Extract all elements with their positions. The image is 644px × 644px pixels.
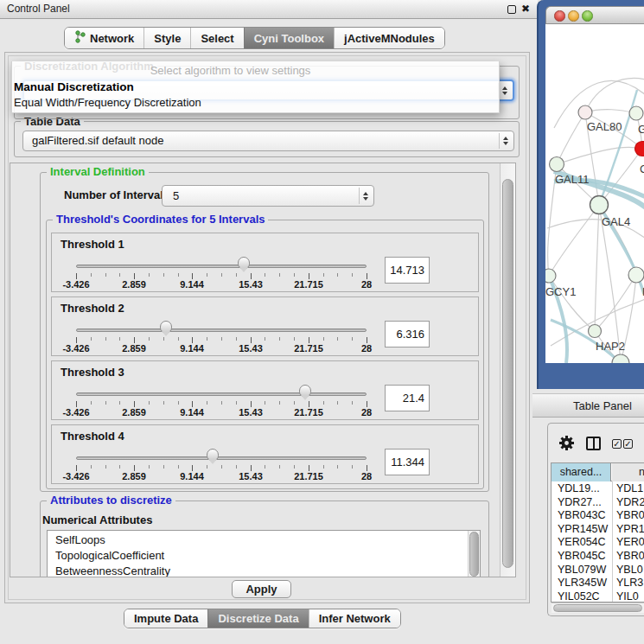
tick-label: 21.715 <box>294 471 323 481</box>
combo-stepper-icon[interactable] <box>499 133 512 149</box>
algorithm-popup: Select algorithm to view settings Manual… <box>11 61 500 113</box>
tab-impute-data[interactable]: Impute Data <box>124 609 207 628</box>
tab-cyni-toolbox[interactable]: Cyni Toolbox <box>244 28 334 48</box>
tick-label: 9.144 <box>180 343 204 354</box>
threshold-2-panel: Threshold 2 -3.426 2.859 9.144 15.43 21.… <box>51 296 479 356</box>
node-gcy1[interactable] <box>545 269 556 283</box>
combo-stepper-icon[interactable] <box>359 188 372 204</box>
popup-option-equal-width-frequency[interactable]: Equal Width/Frequency Discretization <box>14 96 201 109</box>
float-window-icon[interactable] <box>507 5 516 14</box>
close-icon[interactable]: ✖ <box>521 0 530 18</box>
node-gal80[interactable] <box>578 105 592 119</box>
popup-option-manual-discretization[interactable]: Manual Discretization <box>14 80 134 93</box>
table-row[interactable]: YER054CYER0 <box>552 536 644 550</box>
threshold-1-slider-track[interactable] <box>76 265 367 268</box>
tick-label: 9.144 <box>180 471 204 481</box>
threshold-2-slider-thumb[interactable] <box>160 321 172 333</box>
node-ga[interactable] <box>629 106 643 120</box>
node-bottom[interactable] <box>612 354 629 363</box>
threshold-3-slider-thumb[interactable] <box>299 385 311 397</box>
table-hscrollbar-thumb[interactable] <box>553 604 642 612</box>
node-gal4[interactable] <box>590 196 609 214</box>
node-label: GAL11 <box>555 173 590 186</box>
column-header-shared[interactable]: shared... <box>552 463 611 481</box>
list-item[interactable]: BetweennessCentrality <box>48 564 480 577</box>
tick-label: 15.43 <box>239 279 263 290</box>
table-row[interactable]: YBL079WYBL0 <box>552 564 644 577</box>
table-row[interactable]: YDR27...YDR2 <box>552 496 644 510</box>
table-data-combo[interactable]: galFiltered.sif default node <box>22 131 514 151</box>
threshold-3-slider-track[interactable] <box>76 392 367 396</box>
settings-scrollbar-thumb[interactable] <box>502 179 513 568</box>
checkbox-checked-icon[interactable]: ✓ <box>623 439 633 449</box>
tick-label: -3.426 <box>62 471 89 481</box>
apply-button[interactable]: Apply <box>232 580 291 598</box>
table-row[interactable]: YLR345WYLR3 <box>552 577 644 590</box>
threshold-4-slider-track[interactable] <box>76 456 367 460</box>
panel-title: Control Panel <box>7 0 70 18</box>
slider-major-ticks <box>76 337 368 343</box>
threshold-3-value-field[interactable] <box>385 385 430 411</box>
tick-label: 28 <box>361 471 372 481</box>
number-of-intervals-combo[interactable]: 5 <box>162 185 374 207</box>
network-window-titlebar[interactable] <box>545 6 644 24</box>
threshold-3-panel: Threshold 3 -3.426 2.859 9.144 15.43 21.… <box>51 360 479 420</box>
attributes-scrollbar-thumb[interactable] <box>469 532 479 577</box>
threshold-2-slider-track[interactable] <box>76 328 367 332</box>
checkbox-checked-icon[interactable]: ✓ <box>612 439 622 449</box>
zoom-traffic-light-icon[interactable] <box>582 10 593 22</box>
tick-label: 21.715 <box>294 279 323 290</box>
attributes-group-label: Attributes to discretize <box>47 494 175 506</box>
node-gal11 <box>550 157 564 172</box>
tick-label: 21.715 <box>294 343 323 354</box>
slider-major-ticks <box>76 273 368 279</box>
tab-network[interactable]: Network <box>65 28 143 48</box>
threshold-1-value-field[interactable] <box>385 257 430 284</box>
table-header-row: shared... n <box>552 463 644 481</box>
app-stage: Control Panel ✖ Network Style Select Cyn… <box>0 0 644 644</box>
table-row[interactable]: YBR043CYBR0 <box>552 509 644 523</box>
numerical-attributes-list[interactable]: SelfLoops TopologicalCoefficient Between… <box>47 530 481 577</box>
minimize-traffic-light-icon[interactable] <box>568 10 579 22</box>
node-label: HAP2 <box>596 340 625 353</box>
column-separator <box>612 481 613 603</box>
tab-discretize-data[interactable]: Discretize Data <box>207 609 308 628</box>
threshold-4-slider-thumb[interactable] <box>207 449 219 461</box>
list-item[interactable]: SelfLoops <box>48 531 480 548</box>
tick-label: 2.859 <box>122 343 146 354</box>
slider-major-ticks <box>76 465 368 471</box>
bottom-tab-bar: Impute Data Discretize Data Infer Networ… <box>124 609 401 628</box>
tab-jactivemnodules[interactable]: jActiveMNodules <box>334 28 444 48</box>
network-canvas[interactable]: GAL80 GA C GAL11 GAL4 GCY1 H HAP2 <box>545 24 644 363</box>
list-item[interactable]: TopologicalCoefficient <box>48 548 480 564</box>
threshold-1-slider-thumb[interactable] <box>238 257 250 269</box>
gear-icon[interactable] <box>558 435 575 455</box>
tick-label: 2.859 <box>122 279 146 290</box>
table-row[interactable]: YDL19...YDL1 <box>552 482 644 496</box>
tab-infer-network[interactable]: Infer Network <box>309 609 400 628</box>
number-of-intervals-value: 5 <box>173 186 179 206</box>
threshold-4-value-field[interactable] <box>385 449 430 475</box>
node-label: GAL80 <box>587 120 622 133</box>
columns-icon[interactable] <box>586 437 601 450</box>
table-row[interactable]: YPR145WYPR1 <box>552 523 644 537</box>
threshold-1-label: Threshold 1 <box>61 238 124 251</box>
close-traffic-light-icon[interactable] <box>554 10 565 22</box>
interval-definition-label: Interval Definition <box>47 166 149 177</box>
node-h[interactable] <box>628 267 644 283</box>
combo-stepper-icon[interactable] <box>498 83 511 98</box>
table-row[interactable]: YBR045CYBR0 <box>552 550 644 564</box>
threshold-4-panel: Threshold 4 -3.426 2.859 9.144 15.43 21.… <box>51 424 479 484</box>
table-row[interactable]: YIL052CYIL0 <box>552 590 644 603</box>
network-view-window: GAL80 GA C GAL11 GAL4 GCY1 H HAP2 <box>537 0 644 389</box>
node-label: C <box>640 163 644 175</box>
tab-style[interactable]: Style <box>143 28 190 48</box>
tick-label: 15.43 <box>239 407 263 418</box>
tab-select[interactable]: Select <box>190 28 243 48</box>
node-hap2[interactable] <box>589 325 602 338</box>
popup-hint: Select algorithm to view settings <box>12 64 449 77</box>
threshold-3-label: Threshold 3 <box>61 366 124 379</box>
threshold-2-value-field[interactable] <box>385 321 430 348</box>
threshold-2-label: Threshold 2 <box>61 302 124 315</box>
column-header-name[interactable]: n <box>612 463 644 481</box>
